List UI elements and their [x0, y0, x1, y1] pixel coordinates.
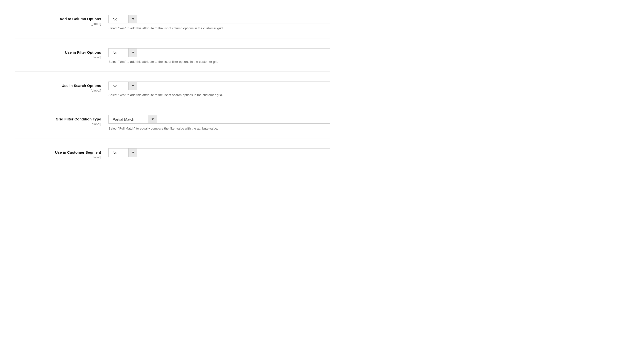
select-value-add-to-column-options: No [109, 15, 128, 23]
chevron-down-icon [152, 118, 154, 120]
form-row-add-to-column-options: Add to Column Options[global]NoSelect "Y… [15, 5, 330, 38]
field-scope-add-to-column-options: [global] [15, 22, 101, 26]
field-description-grid-filter-condition-type: Select "Full Match" to equally compare t… [108, 126, 306, 131]
select-value-use-in-filter-options: No [109, 48, 128, 57]
chevron-down-icon [132, 52, 134, 54]
field-label-use-in-customer-segment: Use in Customer Segment [15, 150, 101, 155]
field-label-grid-filter-condition-type: Grid Filter Condition Type [15, 116, 101, 122]
field-label-use-in-filter-options: Use in Filter Options [15, 50, 101, 55]
control-col-grid-filter-condition-type: Partial MatchSelect "Full Match" to equa… [108, 115, 330, 131]
field-label-add-to-column-options: Add to Column Options [15, 16, 101, 22]
label-col-add-to-column-options: Add to Column Options[global] [15, 15, 108, 26]
field-scope-use-in-customer-segment: [global] [15, 156, 101, 159]
field-scope-use-in-search-options: [global] [15, 89, 101, 92]
select-add-to-column-options[interactable]: No [108, 15, 330, 24]
form-container: Add to Column Options[global]NoSelect "Y… [0, 0, 345, 172]
select-use-in-filter-options[interactable]: No [108, 48, 330, 57]
control-col-use-in-search-options: NoSelect "Yes" to add this attribute to … [108, 82, 330, 98]
field-description-use-in-filter-options: Select "Yes" to add this attribute to th… [108, 59, 306, 64]
control-col-use-in-filter-options: NoSelect "Yes" to add this attribute to … [108, 48, 330, 64]
chevron-down-icon [132, 152, 134, 154]
control-col-use-in-customer-segment: No [108, 148, 330, 157]
control-col-add-to-column-options: NoSelect "Yes" to add this attribute to … [108, 15, 330, 31]
chevron-down-icon [132, 85, 134, 87]
select-value-use-in-customer-segment: No [109, 148, 128, 157]
select-arrow-use-in-search-options[interactable] [128, 82, 137, 90]
select-value-grid-filter-condition-type: Partial Match [109, 115, 148, 124]
select-grid-filter-condition-type[interactable]: Partial Match [108, 115, 330, 124]
field-scope-use-in-filter-options: [global] [15, 56, 101, 59]
field-description-use-in-search-options: Select "Yes" to add this attribute to th… [108, 92, 306, 98]
select-arrow-use-in-customer-segment[interactable] [128, 148, 137, 157]
form-row-use-in-search-options: Use in Search Options[global]NoSelect "Y… [15, 72, 330, 105]
select-arrow-add-to-column-options[interactable] [128, 15, 137, 23]
form-row-use-in-customer-segment: Use in Customer Segment[global]No [15, 138, 330, 166]
field-label-use-in-search-options: Use in Search Options [15, 83, 101, 88]
select-arrow-use-in-filter-options[interactable] [128, 48, 137, 57]
label-col-use-in-filter-options: Use in Filter Options[global] [15, 48, 108, 59]
form-row-use-in-filter-options: Use in Filter Options[global]NoSelect "Y… [15, 38, 330, 72]
label-col-use-in-search-options: Use in Search Options[global] [15, 82, 108, 92]
field-scope-grid-filter-condition-type: [global] [15, 122, 101, 126]
chevron-down-icon [132, 18, 134, 20]
select-arrow-grid-filter-condition-type[interactable] [148, 115, 157, 124]
form-row-grid-filter-condition-type: Grid Filter Condition Type[global]Partia… [15, 105, 330, 139]
select-use-in-search-options[interactable]: No [108, 82, 330, 90]
label-col-grid-filter-condition-type: Grid Filter Condition Type[global] [15, 115, 108, 126]
field-description-add-to-column-options: Select "Yes" to add this attribute to th… [108, 26, 306, 31]
select-value-use-in-search-options: No [109, 82, 128, 90]
label-col-use-in-customer-segment: Use in Customer Segment[global] [15, 148, 108, 159]
select-use-in-customer-segment[interactable]: No [108, 148, 330, 157]
